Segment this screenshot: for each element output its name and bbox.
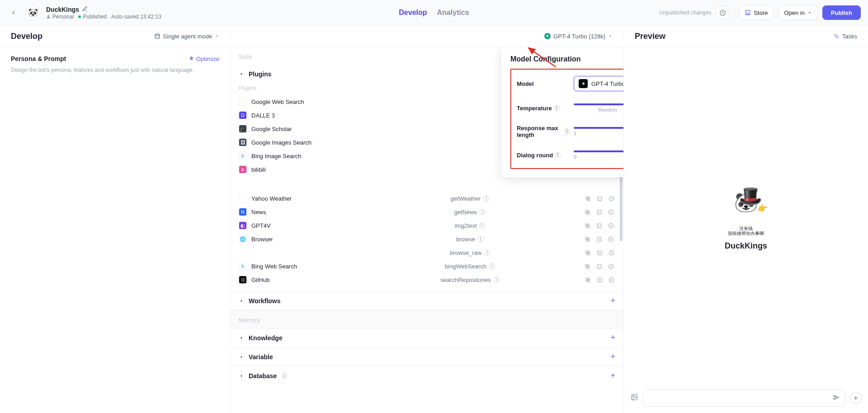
- remove-icon[interactable]: [607, 208, 615, 216]
- tab-develop[interactable]: Develop: [399, 9, 427, 17]
- copy-icon[interactable]: [584, 276, 592, 284]
- publish-button[interactable]: Publish: [822, 5, 861, 20]
- info-icon[interactable]: i: [555, 152, 561, 158]
- remove-icon[interactable]: [607, 276, 615, 284]
- unpublished-label: Unpublished changes: [659, 9, 711, 16]
- knowledge-add-button[interactable]: +: [610, 333, 615, 343]
- edit-icon[interactable]: [595, 276, 604, 284]
- copy-icon[interactable]: [584, 262, 592, 270]
- develop-title: Develop: [11, 32, 42, 41]
- edit-name-icon[interactable]: [82, 5, 88, 14]
- remove-icon[interactable]: [607, 221, 615, 230]
- meta-personal: Personal: [46, 14, 74, 20]
- plugin-icon: D: [239, 111, 247, 119]
- skills-panel: Skills Plugins + Plugins GGoogle Web Sea…: [231, 47, 624, 413]
- remove-icon[interactable]: [607, 262, 615, 270]
- nav-tabs: Develop Analytics: [399, 9, 469, 17]
- edit-icon[interactable]: [595, 235, 604, 243]
- edit-icon[interactable]: [595, 208, 604, 216]
- remove-icon[interactable]: [607, 194, 615, 202]
- variable-add-button[interactable]: +: [610, 352, 615, 361]
- copy-icon[interactable]: [584, 249, 592, 257]
- api-name: browse_raw: [450, 249, 481, 256]
- tab-analytics[interactable]: Analytics: [437, 9, 469, 17]
- copy-icon[interactable]: [584, 235, 592, 243]
- openai-icon: ✦: [544, 33, 551, 39]
- memory-header: Memory: [231, 310, 623, 329]
- database-expander[interactable]: Databasei +: [231, 366, 623, 385]
- plugin-icon: b: [239, 165, 247, 174]
- edit-icon[interactable]: [595, 194, 604, 202]
- workflows-expander[interactable]: Workflows +: [231, 291, 623, 310]
- api-name: bingWebSearch: [445, 263, 486, 270]
- maxlen-slider[interactable]: 14096: [574, 127, 624, 136]
- preview-panel: 🐼🎩👉 没有钱 我很难帮你办事啊 DuckKings +: [624, 47, 868, 413]
- copy-icon[interactable]: [584, 221, 592, 230]
- api-name: browse: [456, 236, 475, 243]
- chat-extras-button[interactable]: +: [850, 392, 862, 404]
- info-icon[interactable]: i: [483, 196, 489, 202]
- chevron-right-icon: [239, 335, 244, 341]
- plugin-icon: ⊙: [239, 276, 247, 284]
- svg-point-2: [156, 35, 156, 36]
- maxlen-label: Response max lengthi: [517, 125, 569, 138]
- remove-icon[interactable]: [607, 249, 615, 257]
- edit-icon[interactable]: [595, 221, 604, 230]
- bot-name: DuckKings: [46, 6, 79, 13]
- edit-icon[interactable]: [595, 262, 604, 270]
- model-select[interactable]: ✦ GPT-4 Turbo (128k): [574, 76, 624, 91]
- plugin-icon: b: [239, 262, 247, 270]
- send-button[interactable]: [832, 394, 840, 403]
- plugin-name: bilibili: [251, 166, 266, 173]
- info-icon[interactable]: i: [494, 277, 500, 283]
- plugin-icon: ◐: [239, 221, 247, 230]
- tasks-button[interactable]: Tasks: [833, 33, 857, 40]
- copy-icon[interactable]: [584, 194, 592, 202]
- knowledge-expander[interactable]: Knowledge +: [231, 329, 623, 347]
- api-name: searchRepositories: [440, 277, 491, 283]
- remove-icon[interactable]: [607, 235, 615, 243]
- plugin-name: DALLE 3: [251, 112, 275, 119]
- popover-highlighted-region: Model ✦ GPT-4 Turbo (128k) Temperaturei: [510, 69, 624, 169]
- plugin-name: Google Images Search: [251, 139, 311, 146]
- info-icon[interactable]: i: [480, 209, 486, 215]
- copy-icon[interactable]: [584, 208, 592, 216]
- info-icon[interactable]: i: [281, 373, 287, 379]
- edit-icon[interactable]: [595, 249, 604, 257]
- svg-point-45: [632, 395, 634, 397]
- optimize-button[interactable]: Optimize: [189, 56, 219, 62]
- plugin-name: GitHub: [251, 277, 269, 283]
- model-selector-trigger[interactable]: ✦ GPT-4 Turbo (128k): [544, 33, 613, 40]
- model-config-popover: Model Configuration Model ✦ GPT-4 Turbo …: [501, 47, 624, 177]
- info-icon[interactable]: i: [565, 129, 569, 135]
- history-button[interactable]: [716, 6, 729, 19]
- workflows-add-button[interactable]: +: [610, 296, 615, 305]
- plugin-api-row: N News getNewsi: [231, 205, 623, 219]
- chat-input[interactable]: [643, 390, 845, 407]
- store-button[interactable]: Store: [739, 5, 774, 20]
- svg-rect-1: [155, 34, 159, 38]
- temperature-slider[interactable]: Random: [574, 103, 624, 113]
- plugin-icon: 🌐: [239, 235, 247, 243]
- info-icon[interactable]: i: [484, 250, 490, 256]
- plugin-name: Bing Web Search: [251, 263, 297, 270]
- back-button[interactable]: [7, 6, 20, 19]
- variable-expander[interactable]: Variable +: [231, 347, 623, 366]
- info-icon[interactable]: i: [480, 223, 486, 229]
- persona-description: Design the bot's persona, features and w…: [11, 66, 219, 74]
- plugin-name: Bing Image Search: [251, 153, 302, 160]
- open-in-button[interactable]: Open in: [778, 5, 818, 20]
- agent-mode-selector[interactable]: Single agent mode: [154, 33, 219, 40]
- chevron-right-icon: [239, 298, 244, 304]
- info-icon[interactable]: i: [478, 236, 484, 242]
- round-slider[interactable]: 030: [574, 150, 624, 160]
- plugin-name: Browser: [251, 236, 273, 243]
- attach-button[interactable]: [630, 393, 638, 403]
- database-add-button[interactable]: +: [610, 371, 615, 380]
- info-icon[interactable]: i: [489, 263, 495, 269]
- info-icon[interactable]: i: [554, 105, 560, 111]
- plugin-name: News: [251, 209, 266, 216]
- topbar-left: 🐼 DuckKings Personal Published Auto-save…: [7, 5, 161, 20]
- meta-published: Published: [78, 14, 107, 20]
- persona-panel: Persona & Prompt Optimize Design the bot…: [0, 47, 231, 413]
